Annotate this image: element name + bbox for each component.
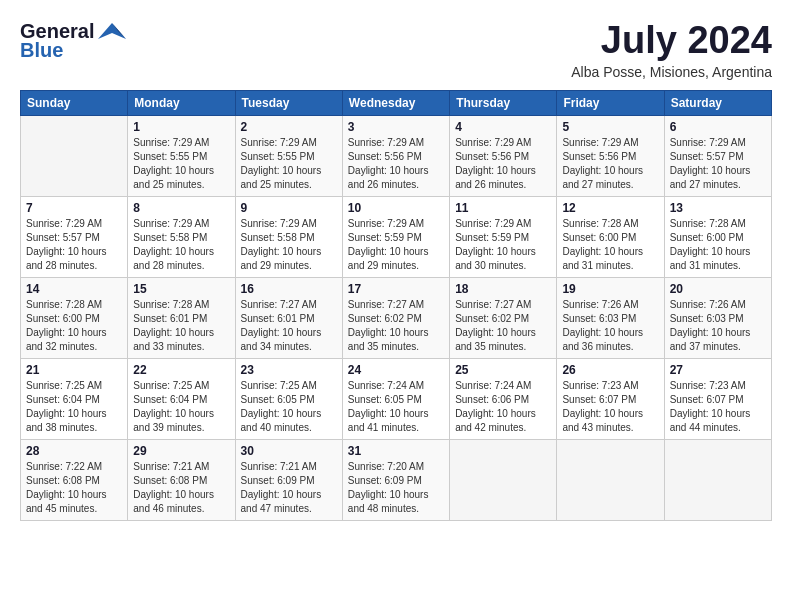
day-number: 4 — [455, 120, 551, 134]
month-year-title: July 2024 — [571, 20, 772, 62]
day-info: Sunrise: 7:24 AM Sunset: 6:06 PM Dayligh… — [455, 379, 551, 435]
calendar-cell: 14Sunrise: 7:28 AM Sunset: 6:00 PM Dayli… — [21, 277, 128, 358]
calendar-day-header: Tuesday — [235, 90, 342, 115]
day-info: Sunrise: 7:28 AM Sunset: 6:00 PM Dayligh… — [26, 298, 122, 354]
day-info: Sunrise: 7:29 AM Sunset: 5:58 PM Dayligh… — [133, 217, 229, 273]
calendar-day-header: Sunday — [21, 90, 128, 115]
day-number: 26 — [562, 363, 658, 377]
day-info: Sunrise: 7:23 AM Sunset: 6:07 PM Dayligh… — [562, 379, 658, 435]
day-info: Sunrise: 7:22 AM Sunset: 6:08 PM Dayligh… — [26, 460, 122, 516]
calendar-cell: 17Sunrise: 7:27 AM Sunset: 6:02 PM Dayli… — [342, 277, 449, 358]
day-info: Sunrise: 7:25 AM Sunset: 6:05 PM Dayligh… — [241, 379, 337, 435]
calendar-cell: 27Sunrise: 7:23 AM Sunset: 6:07 PM Dayli… — [664, 358, 771, 439]
svg-marker-0 — [98, 23, 126, 39]
day-info: Sunrise: 7:29 AM Sunset: 5:57 PM Dayligh… — [670, 136, 766, 192]
day-number: 16 — [241, 282, 337, 296]
logo-blue-text: Blue — [20, 39, 63, 62]
day-info: Sunrise: 7:28 AM Sunset: 6:01 PM Dayligh… — [133, 298, 229, 354]
day-info: Sunrise: 7:21 AM Sunset: 6:08 PM Dayligh… — [133, 460, 229, 516]
calendar-cell: 29Sunrise: 7:21 AM Sunset: 6:08 PM Dayli… — [128, 439, 235, 520]
calendar-day-header: Thursday — [450, 90, 557, 115]
day-number: 23 — [241, 363, 337, 377]
calendar-cell: 31Sunrise: 7:20 AM Sunset: 6:09 PM Dayli… — [342, 439, 449, 520]
day-number: 5 — [562, 120, 658, 134]
calendar-cell: 22Sunrise: 7:25 AM Sunset: 6:04 PM Dayli… — [128, 358, 235, 439]
calendar-cell: 28Sunrise: 7:22 AM Sunset: 6:08 PM Dayli… — [21, 439, 128, 520]
day-number: 27 — [670, 363, 766, 377]
day-number: 3 — [348, 120, 444, 134]
calendar-day-header: Monday — [128, 90, 235, 115]
day-info: Sunrise: 7:24 AM Sunset: 6:05 PM Dayligh… — [348, 379, 444, 435]
calendar-week-row: 28Sunrise: 7:22 AM Sunset: 6:08 PM Dayli… — [21, 439, 772, 520]
day-number: 2 — [241, 120, 337, 134]
calendar-cell: 30Sunrise: 7:21 AM Sunset: 6:09 PM Dayli… — [235, 439, 342, 520]
day-number: 13 — [670, 201, 766, 215]
day-number: 12 — [562, 201, 658, 215]
calendar-header-row: SundayMondayTuesdayWednesdayThursdayFrid… — [21, 90, 772, 115]
calendar-cell: 3Sunrise: 7:29 AM Sunset: 5:56 PM Daylig… — [342, 115, 449, 196]
day-info: Sunrise: 7:29 AM Sunset: 5:57 PM Dayligh… — [26, 217, 122, 273]
day-info: Sunrise: 7:26 AM Sunset: 6:03 PM Dayligh… — [670, 298, 766, 354]
calendar-cell: 12Sunrise: 7:28 AM Sunset: 6:00 PM Dayli… — [557, 196, 664, 277]
calendar-day-header: Saturday — [664, 90, 771, 115]
day-number: 24 — [348, 363, 444, 377]
calendar-week-row: 7Sunrise: 7:29 AM Sunset: 5:57 PM Daylig… — [21, 196, 772, 277]
day-info: Sunrise: 7:29 AM Sunset: 5:59 PM Dayligh… — [455, 217, 551, 273]
day-info: Sunrise: 7:27 AM Sunset: 6:01 PM Dayligh… — [241, 298, 337, 354]
calendar-table: SundayMondayTuesdayWednesdayThursdayFrid… — [20, 90, 772, 521]
day-number: 1 — [133, 120, 229, 134]
calendar-cell: 5Sunrise: 7:29 AM Sunset: 5:56 PM Daylig… — [557, 115, 664, 196]
calendar-cell: 26Sunrise: 7:23 AM Sunset: 6:07 PM Dayli… — [557, 358, 664, 439]
location-text: Alba Posse, Misiones, Argentina — [571, 64, 772, 80]
calendar-cell: 25Sunrise: 7:24 AM Sunset: 6:06 PM Dayli… — [450, 358, 557, 439]
calendar-cell: 21Sunrise: 7:25 AM Sunset: 6:04 PM Dayli… — [21, 358, 128, 439]
day-info: Sunrise: 7:27 AM Sunset: 6:02 PM Dayligh… — [455, 298, 551, 354]
day-info: Sunrise: 7:27 AM Sunset: 6:02 PM Dayligh… — [348, 298, 444, 354]
logo: General Blue — [20, 20, 126, 62]
logo-bird-icon — [98, 21, 126, 43]
day-info: Sunrise: 7:28 AM Sunset: 6:00 PM Dayligh… — [562, 217, 658, 273]
calendar-week-row: 1Sunrise: 7:29 AM Sunset: 5:55 PM Daylig… — [21, 115, 772, 196]
day-info: Sunrise: 7:29 AM Sunset: 5:56 PM Dayligh… — [562, 136, 658, 192]
calendar-cell: 9Sunrise: 7:29 AM Sunset: 5:58 PM Daylig… — [235, 196, 342, 277]
calendar-cell: 13Sunrise: 7:28 AM Sunset: 6:00 PM Dayli… — [664, 196, 771, 277]
calendar-week-row: 14Sunrise: 7:28 AM Sunset: 6:00 PM Dayli… — [21, 277, 772, 358]
day-number: 15 — [133, 282, 229, 296]
calendar-cell: 4Sunrise: 7:29 AM Sunset: 5:56 PM Daylig… — [450, 115, 557, 196]
day-info: Sunrise: 7:26 AM Sunset: 6:03 PM Dayligh… — [562, 298, 658, 354]
day-number: 21 — [26, 363, 122, 377]
day-number: 14 — [26, 282, 122, 296]
day-info: Sunrise: 7:25 AM Sunset: 6:04 PM Dayligh… — [133, 379, 229, 435]
calendar-week-row: 21Sunrise: 7:25 AM Sunset: 6:04 PM Dayli… — [21, 358, 772, 439]
day-number: 10 — [348, 201, 444, 215]
calendar-cell: 19Sunrise: 7:26 AM Sunset: 6:03 PM Dayli… — [557, 277, 664, 358]
day-info: Sunrise: 7:21 AM Sunset: 6:09 PM Dayligh… — [241, 460, 337, 516]
page-header: General Blue July 2024 Alba Posse, Misio… — [20, 20, 772, 80]
day-number: 8 — [133, 201, 229, 215]
calendar-cell — [664, 439, 771, 520]
day-number: 18 — [455, 282, 551, 296]
day-info: Sunrise: 7:29 AM Sunset: 5:56 PM Dayligh… — [455, 136, 551, 192]
calendar-cell — [21, 115, 128, 196]
calendar-cell — [557, 439, 664, 520]
day-number: 29 — [133, 444, 229, 458]
day-info: Sunrise: 7:20 AM Sunset: 6:09 PM Dayligh… — [348, 460, 444, 516]
day-number: 19 — [562, 282, 658, 296]
day-info: Sunrise: 7:29 AM Sunset: 5:58 PM Dayligh… — [241, 217, 337, 273]
day-number: 6 — [670, 120, 766, 134]
calendar-day-header: Wednesday — [342, 90, 449, 115]
day-info: Sunrise: 7:28 AM Sunset: 6:00 PM Dayligh… — [670, 217, 766, 273]
calendar-day-header: Friday — [557, 90, 664, 115]
day-info: Sunrise: 7:29 AM Sunset: 5:56 PM Dayligh… — [348, 136, 444, 192]
day-info: Sunrise: 7:29 AM Sunset: 5:59 PM Dayligh… — [348, 217, 444, 273]
calendar-cell — [450, 439, 557, 520]
day-number: 11 — [455, 201, 551, 215]
day-number: 9 — [241, 201, 337, 215]
day-info: Sunrise: 7:25 AM Sunset: 6:04 PM Dayligh… — [26, 379, 122, 435]
calendar-cell: 15Sunrise: 7:28 AM Sunset: 6:01 PM Dayli… — [128, 277, 235, 358]
calendar-cell: 24Sunrise: 7:24 AM Sunset: 6:05 PM Dayli… — [342, 358, 449, 439]
day-number: 25 — [455, 363, 551, 377]
day-info: Sunrise: 7:29 AM Sunset: 5:55 PM Dayligh… — [133, 136, 229, 192]
day-number: 28 — [26, 444, 122, 458]
day-number: 20 — [670, 282, 766, 296]
